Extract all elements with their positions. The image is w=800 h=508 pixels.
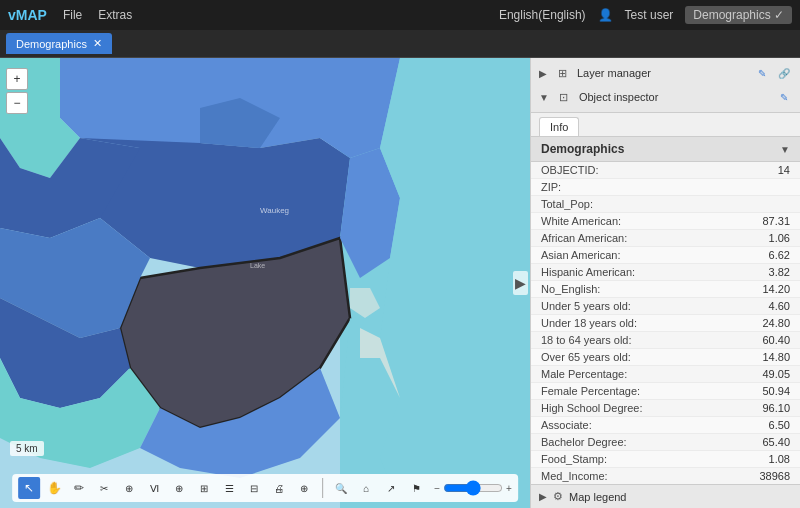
legend-icon: ⚙ [553, 490, 563, 503]
data-row: Over 65 years old: 14.80 [531, 349, 800, 366]
draw-tool-btn[interactable]: ✏ [68, 477, 90, 499]
data-key: Male Percentage: [541, 368, 627, 380]
object-inspector-expand-icon[interactable]: ▼ [539, 92, 549, 103]
right-panel: ▶ ⊞ Layer manager ✎ 🔗 ▼ ⊡ Object inspect… [530, 58, 800, 508]
data-key: Total_Pop: [541, 198, 593, 210]
zoom-slider[interactable] [443, 482, 503, 494]
data-row: Female Percentage: 50.94 [531, 383, 800, 400]
data-row: Food_Stamp: 1.08 [531, 451, 800, 468]
main-content: Waukeg Lake + − 5 km ▶ ↖ ✋ ✏ ✂ ⊕ Ⅵ ⊕ ⊞ ☰… [0, 58, 800, 508]
scale-bar: 5 km [10, 441, 44, 456]
zoom-out-icon: − [434, 483, 440, 494]
info-tab[interactable]: Info [539, 117, 579, 136]
data-row: High School Degree: 96.10 [531, 400, 800, 417]
data-value: 6.62 [769, 249, 790, 261]
nav-right: English(English) 👤 Test user Demographic… [499, 6, 792, 24]
data-key: No_English: [541, 283, 600, 295]
map-svg: Waukeg Lake [0, 58, 530, 508]
data-key: Over 65 years old: [541, 351, 631, 363]
layer-manager-expand-icon[interactable]: ▶ [539, 68, 547, 79]
print-tool-btn[interactable]: 🖨 [268, 477, 290, 499]
map-area[interactable]: Waukeg Lake + − 5 km ▶ ↖ ✋ ✏ ✂ ⊕ Ⅵ ⊕ ⊞ ☰… [0, 58, 530, 508]
node-tool-btn[interactable]: ⊕ [118, 477, 140, 499]
data-row: Male Percentage: 49.05 [531, 366, 800, 383]
identify-tool-btn[interactable]: ⊕ [168, 477, 190, 499]
svg-text:Waukeg: Waukeg [260, 206, 289, 215]
zoom-slider-container: − + [434, 482, 512, 494]
legend-expand-icon: ▶ [539, 491, 547, 502]
zoom-out-btn[interactable]: − [6, 92, 28, 114]
layer-manager-link-icon[interactable]: 🔗 [776, 65, 792, 81]
select-tool-btn[interactable]: ↖ [18, 477, 40, 499]
section-collapse-icon[interactable]: ▼ [780, 144, 790, 155]
tab-demographics[interactable]: Demographics ✕ [6, 33, 112, 54]
data-row: Total_Pop: [531, 196, 800, 213]
data-row: 18 to 64 years old: 60.40 [531, 332, 800, 349]
zoom-extent-btn[interactable]: 🔍 [330, 477, 352, 499]
data-row: Under 5 years old: 4.60 [531, 298, 800, 315]
user-icon: 👤 [598, 8, 613, 22]
layer-manager-row: ▶ ⊞ Layer manager ✎ 🔗 [539, 62, 792, 84]
data-key: High School Degree: [541, 402, 643, 414]
delete-tool-btn[interactable]: ⊟ [243, 477, 265, 499]
nav-arrow-right[interactable]: ▶ [513, 271, 528, 295]
demographics-menu-btn[interactable]: Demographics ✓ [685, 6, 792, 24]
data-row: Asian American: 6.62 [531, 247, 800, 264]
data-value: 3.82 [769, 266, 790, 278]
home-btn[interactable]: ⌂ [355, 477, 377, 499]
data-key: Under 5 years old: [541, 300, 631, 312]
menu-file[interactable]: File [63, 8, 82, 22]
flag-btn[interactable]: ⚑ [405, 477, 427, 499]
tab-label: Demographics [16, 38, 87, 50]
cut-tool-btn[interactable]: ✂ [93, 477, 115, 499]
zoom-in-btn[interactable]: + [6, 68, 28, 90]
data-key: African American: [541, 232, 627, 244]
map-legend-section[interactable]: ▶ ⚙ Map legend [531, 484, 800, 508]
data-row: Med_Income: 38968 [531, 468, 800, 484]
demographics-data-panel: Demographics ▼ OBJECTID: 14 ZIP: Total_P… [531, 137, 800, 484]
data-key: Female Percentage: [541, 385, 640, 397]
data-key: Associate: [541, 419, 592, 431]
data-value: 14 [778, 164, 790, 176]
data-key: ZIP: [541, 181, 561, 193]
data-row: Under 18 years old: 24.80 [531, 315, 800, 332]
data-value: 4.60 [769, 300, 790, 312]
pan-tool-btn[interactable]: ✋ [43, 477, 65, 499]
data-value: 65.40 [762, 436, 790, 448]
demographics-title: Demographics [541, 142, 624, 156]
data-row: Associate: 6.50 [531, 417, 800, 434]
top-navigation: vMAP File Extras English(English) 👤 Test… [0, 0, 800, 30]
map-legend-label: Map legend [569, 491, 792, 503]
data-value: 1.08 [769, 453, 790, 465]
data-value: 14.80 [762, 351, 790, 363]
add-tool-btn[interactable]: ⊕ [293, 477, 315, 499]
data-value: 96.10 [762, 402, 790, 414]
attr-tool-btn[interactable]: ⊞ [193, 477, 215, 499]
data-key: White American: [541, 215, 621, 227]
data-value: 14.20 [762, 283, 790, 295]
object-inspector-edit-icon[interactable]: ✎ [776, 89, 792, 105]
data-key: Asian American: [541, 249, 620, 261]
object-inspector-label: Object inspector [579, 91, 770, 103]
share-btn[interactable]: ↗ [380, 477, 402, 499]
menu-extras[interactable]: Extras [98, 8, 132, 22]
tab-close-icon[interactable]: ✕ [93, 37, 102, 50]
data-row: African American: 1.06 [531, 230, 800, 247]
data-value: 87.31 [762, 215, 790, 227]
layer-manager-edit-icon[interactable]: ✎ [754, 65, 770, 81]
svg-marker-2 [60, 58, 320, 148]
data-value: 50.94 [762, 385, 790, 397]
select2-tool-btn[interactable]: ☰ [218, 477, 240, 499]
map-left-toolbar: + − [6, 68, 28, 114]
panel-top: ▶ ⊞ Layer manager ✎ 🔗 ▼ ⊡ Object inspect… [531, 58, 800, 113]
data-row: White American: 87.31 [531, 213, 800, 230]
data-row: Hispanic American: 3.82 [531, 264, 800, 281]
data-key: OBJECTID: [541, 164, 598, 176]
measure-tool-btn[interactable]: Ⅵ [143, 477, 165, 499]
toolbar-divider [322, 478, 323, 498]
data-key: Hispanic American: [541, 266, 635, 278]
language-selector[interactable]: English(English) [499, 8, 586, 22]
data-value: 49.05 [762, 368, 790, 380]
layer-manager-label: Layer manager [577, 67, 748, 79]
app-logo: vMAP [8, 7, 47, 23]
